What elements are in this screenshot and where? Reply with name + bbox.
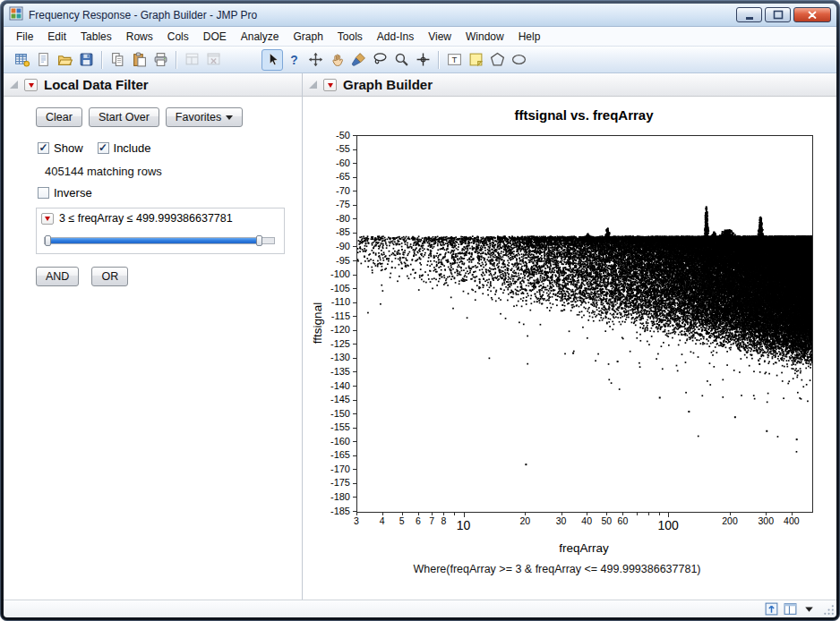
jmp-app-icon xyxy=(9,6,23,24)
favorites-button[interactable]: Favorites xyxy=(166,107,243,127)
magnifier-tool-icon[interactable] xyxy=(390,49,412,71)
range-slider[interactable] xyxy=(44,235,275,246)
oval-annotate-tool-icon[interactable] xyxy=(508,49,529,71)
new-journal-icon[interactable] xyxy=(32,49,54,71)
y-tick-label: -60 xyxy=(303,157,350,169)
x-tick-label: 20 xyxy=(520,515,531,526)
new-data-table-icon[interactable] xyxy=(11,49,32,71)
show-checkbox[interactable]: ✓ xyxy=(38,142,49,154)
plot-area[interactable] xyxy=(356,135,813,513)
y-tick-mark xyxy=(353,344,357,345)
paste-icon[interactable] xyxy=(128,49,150,71)
x-axis-label[interactable]: freqArray xyxy=(356,541,811,555)
copy-icon[interactable] xyxy=(107,49,128,71)
freqarray-filter-item: 3 ≤ freqArray ≤ 499.999386637781 xyxy=(36,208,285,254)
y-tick-label: -135 xyxy=(303,366,350,378)
y-tick-label: -160 xyxy=(303,436,350,447)
save-icon[interactable] xyxy=(75,49,97,71)
disclosure-triangle-icon[interactable] xyxy=(10,81,18,89)
menu-doe[interactable]: DOE xyxy=(196,28,234,46)
y-tick-mark xyxy=(353,246,357,247)
y-tick-label: -75 xyxy=(303,199,350,210)
x-tick-label: 30 xyxy=(556,515,567,526)
menu-file[interactable]: File xyxy=(9,28,40,46)
layout-icon xyxy=(181,49,202,71)
open-icon[interactable] xyxy=(54,49,75,71)
y-tick-label: -90 xyxy=(303,241,350,252)
maximize-button[interactable] xyxy=(765,7,791,22)
menu-help[interactable]: Help xyxy=(511,28,548,46)
x-tick-label: 50 xyxy=(602,515,613,526)
x-tick-mark xyxy=(454,512,455,515)
include-checkbox[interactable]: ✓ xyxy=(98,142,109,154)
menu-edit[interactable]: Edit xyxy=(40,28,73,46)
graph-red-triangle-menu-icon[interactable] xyxy=(323,79,337,91)
slider-left-handle[interactable] xyxy=(45,235,51,246)
menu-window[interactable]: Window xyxy=(459,28,511,46)
filter-red-triangle-menu-icon[interactable] xyxy=(41,213,54,225)
toolbar-separator xyxy=(101,51,102,69)
titlebar[interactable]: Frequency Response - Graph Builder - JMP… xyxy=(4,4,836,27)
resize-grip-icon[interactable] xyxy=(819,601,836,617)
y-tick-label: -165 xyxy=(303,449,350,461)
y-tick-mark xyxy=(353,413,357,414)
dock-up-icon[interactable] xyxy=(763,601,779,617)
y-tick-mark xyxy=(353,177,357,178)
crosshair-tool-icon[interactable] xyxy=(412,49,433,71)
matching-rows-text: 405144 matching rows xyxy=(45,165,162,178)
lasso-tool-icon[interactable] xyxy=(369,49,390,71)
start-over-button[interactable]: Start Over xyxy=(89,107,159,127)
menu-cols[interactable]: Cols xyxy=(160,28,196,46)
disclosure-triangle-icon[interactable] xyxy=(309,81,317,89)
menu-analyze[interactable]: Analyze xyxy=(234,28,287,46)
main-content: Local Data Filter Clear Start Over Favor… xyxy=(4,73,836,600)
x-tick-label: 300 xyxy=(759,515,775,526)
scatter-points-canvas[interactable] xyxy=(357,136,812,512)
help-tool-icon[interactable]: ? xyxy=(283,49,304,71)
filter-panel-header: Local Data Filter xyxy=(4,73,302,97)
note-annotate-tool-icon[interactable] xyxy=(465,49,486,71)
show-checkmark-icon: ✓ xyxy=(39,142,47,153)
menu-caret-icon[interactable] xyxy=(801,601,817,617)
red-triangle-menu-icon[interactable] xyxy=(24,79,38,91)
menu-rows[interactable]: Rows xyxy=(119,28,160,46)
y-tick-mark xyxy=(353,149,357,150)
y-tick-label: -80 xyxy=(303,213,350,225)
menu-graph[interactable]: Graph xyxy=(286,28,330,46)
pointer-tool-icon[interactable] xyxy=(261,49,283,71)
print-icon[interactable] xyxy=(150,49,171,71)
grabber-tool-icon[interactable] xyxy=(326,49,347,71)
y-tick-mark xyxy=(353,135,357,136)
y-tick-mark xyxy=(353,441,357,442)
slider-selected-range xyxy=(47,238,259,243)
menu-tables[interactable]: Tables xyxy=(73,28,119,46)
jmp-window: Frequency Response - Graph Builder - JMP… xyxy=(0,0,840,621)
y-tick-label: -140 xyxy=(303,380,350,392)
y-tick-label: -115 xyxy=(303,310,350,322)
close-button[interactable] xyxy=(793,7,831,22)
polygon-annotate-tool-icon[interactable] xyxy=(486,49,508,71)
or-button[interactable]: OR xyxy=(91,267,128,286)
menu-tools[interactable]: Tools xyxy=(330,28,370,46)
move-tool-icon[interactable] xyxy=(304,49,326,71)
x-tick-label: 8 xyxy=(441,515,446,526)
minimize-button[interactable] xyxy=(736,7,762,22)
brush-tool-icon[interactable] xyxy=(347,49,369,71)
toolbar-separator xyxy=(176,51,176,69)
and-button[interactable]: AND xyxy=(36,267,79,286)
slider-right-handle[interactable] xyxy=(256,235,262,246)
inverse-checkbox[interactable] xyxy=(38,187,49,199)
x-tick-label: 200 xyxy=(722,515,738,526)
menu-view[interactable]: View xyxy=(421,28,459,46)
window-panes-icon[interactable] xyxy=(782,601,798,617)
y-tick-mark xyxy=(353,497,357,498)
y-tick-label: -95 xyxy=(303,255,350,267)
y-tick-mark xyxy=(353,260,357,261)
text-annotate-tool-icon[interactable]: T xyxy=(443,49,465,71)
filter-panel-title: Local Data Filter xyxy=(44,77,149,92)
graph-panel-header: Graph Builder xyxy=(303,73,836,97)
menu-addins[interactable]: Add-Ins xyxy=(370,28,421,46)
include-checkmark-icon: ✓ xyxy=(99,142,107,153)
x-tick-mark xyxy=(648,512,649,515)
clear-button[interactable]: Clear xyxy=(36,107,82,127)
